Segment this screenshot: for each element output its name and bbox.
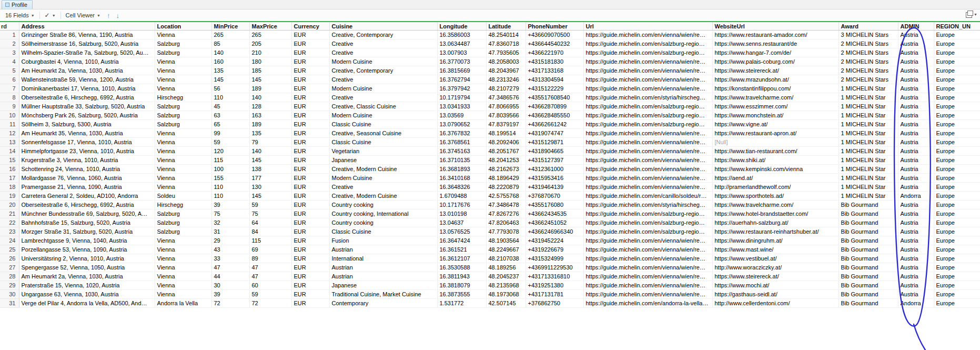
cell-websiteurl[interactable]: https://www.mochi.at/ [712,281,838,290]
cell-address[interactable]: Söllheim 3, Salzburg, 5300, Austria [19,120,155,129]
cell-currency[interactable]: EUR [291,218,329,227]
cell-minprice[interactable]: 265 [211,31,249,39]
cell-latitude[interactable]: 42.5755768 [486,192,526,201]
cell-latitude[interactable]: 48.2058003 [486,57,526,66]
cell-websiteurl[interactable]: [Null] [712,138,838,147]
cell-admin[interactable]: Austria [898,245,934,254]
cell-longitude[interactable]: 16.3797942 [437,84,486,93]
cell-latitude[interactable]: 47.3486478 [486,201,526,209]
cell-address[interactable]: Schottenring 24, Vienna, 1010, Austria [19,165,155,174]
table-row[interactable]: 16Schottenring 24, Vienna, 1010, Austria… [0,165,980,174]
cell-address[interactable]: Verge del Pilar 4, Andorra la Vella, AD5… [19,299,155,308]
cell-cuisine[interactable]: Creative [329,93,437,102]
cell-phonenumber[interactable]: +4369911229530 [526,263,583,272]
cell-admin[interactable]: Austria [898,272,934,281]
cell-phonenumber[interactable]: +4317131781 [526,290,583,299]
cell-minprice[interactable]: 110 [211,93,249,102]
cell-websiteurl[interactable]: https://www.travelcharme.com/ [712,93,838,102]
cell-maxprice[interactable]: 64 [249,218,291,227]
cell-phonenumber[interactable]: +436609070500 [526,31,583,39]
cell-location[interactable]: Vienna [155,57,211,66]
cell-phonenumber[interactable]: +435517608540 [526,93,583,102]
cell-cuisine[interactable]: Austrian [329,245,437,254]
cell-url[interactable]: https://guide.michelin.com/en/vienna/wie… [583,236,712,245]
cell-region_un[interactable]: Europe [934,201,980,209]
cell-location[interactable]: Vienna [155,84,211,93]
cell-address[interactable]: Müllner Hauptstraße 33, Salzburg, 5020, … [19,102,155,111]
cell-admin[interactable]: Austria [898,39,934,48]
cell-phonenumber[interactable]: +4313304594 [526,75,583,84]
cell-cuisine[interactable]: Creative [329,183,437,192]
cell-admin[interactable]: Austria [898,218,934,227]
cell-url[interactable]: https://guide.michelin.com/en/andorra-la… [583,299,712,308]
cell-cuisine[interactable]: Modern Cuisine [329,57,437,66]
cell-minprice[interactable]: 65 [211,120,249,129]
cell-phonenumber[interactable]: +4315122229 [526,84,583,93]
cell-location[interactable]: Vienna [155,254,211,263]
cell-websiteurl[interactable]: https://www.palais-coburg.com/ [712,57,838,66]
cell-latitude[interactable]: 48.2107279 [486,84,526,93]
cell-award[interactable]: Bib Gourmand [838,254,898,263]
cell-minprice[interactable]: 32 [211,218,249,227]
cell-region_un[interactable]: Europe [934,263,980,272]
table-row[interactable]: 9Müllner Hauptstraße 33, Salzburg, 5020,… [0,102,980,111]
row-number[interactable]: 16 [0,165,19,174]
cell-region_un[interactable]: Europe [934,236,980,245]
cell-maxprice[interactable]: 189 [249,84,291,93]
cell-region_un[interactable]: Europe [934,174,980,183]
cell-latitude[interactable]: 48.1896429 [486,174,526,183]
cell-phonenumber[interactable]: +4319464139 [526,183,583,192]
cell-latitude[interactable]: 48.2041253 [486,156,526,165]
cell-longitude[interactable]: 16.3710135 [437,156,486,165]
cell-address[interactable]: Oberseitestraße 6, Hirschegg, 6992, Aust… [19,201,155,209]
cell-maxprice[interactable]: 177 [249,174,291,183]
table-row[interactable]: 25Porzellangasse 53, Vienna, 1090, Austr… [0,245,980,254]
cell-cuisine[interactable]: Creative, Contemporary [329,31,437,39]
cell-maxprice[interactable]: 140 [249,147,291,156]
cell-address[interactable]: Grinzinger Straße 86, Vienna, 1190, Aust… [19,31,155,39]
cell-cuisine[interactable]: Country cooking, International [329,209,437,218]
cell-currency[interactable]: EUR [291,57,329,66]
cell-minprice[interactable]: 56 [211,84,249,93]
cell-longitude[interactable]: 1.531772 [437,299,486,308]
cell-address[interactable]: Sonnenfelsgasse 17, Vienna, 1010, Austri… [19,138,155,147]
cell-currency[interactable]: EUR [291,93,329,102]
cell-cuisine[interactable]: Modern Cuisine [329,174,437,183]
cell-address[interactable]: Spengergasse 52, Vienna, 1050, Austria [19,263,155,272]
cell-websiteurl[interactable]: https://auerhahn-salzburg.at/ [712,218,838,227]
cell-longitude[interactable]: 13.0576525 [437,227,486,236]
cell-minprice[interactable]: 47 [211,263,249,272]
row-number[interactable]: 24 [0,236,19,245]
column-header-minprice[interactable]: MinPrice [211,22,249,31]
cell-admin[interactable]: Austria [898,120,934,129]
table-row[interactable]: 7Dominikanerbastei 17, Vienna, 1010, Aus… [0,84,980,93]
table-row[interactable]: 21Münchner Bundesstraße 69, Salzburg, 50… [0,209,980,218]
table-row[interactable]: 2Söllheimerstrasse 16, Salzburg, 5020, A… [0,39,980,48]
cell-websiteurl[interactable]: https://gasthaus-seidl.at/ [712,290,838,299]
column-header-address[interactable]: Address [19,22,155,31]
cell-admin[interactable]: Andorra [898,299,934,308]
cell-address[interactable]: Ungargasse 63, Vienna, 1030, Austria [19,290,155,299]
cell-longitude[interactable]: 16.3770073 [437,57,486,66]
cell-region_un[interactable]: Europe [934,111,980,120]
cell-longitude[interactable]: 10.1719794 [437,93,486,102]
cell-longitude[interactable]: 16.361521 [437,245,486,254]
cell-location[interactable]: Salzburg [155,120,211,129]
cell-admin[interactable]: Austria [898,263,934,272]
cell-phonenumber[interactable]: +4315324999 [526,254,583,263]
cell-cuisine[interactable]: Austrian [329,263,437,272]
previous-row-button[interactable]: ↑ [105,12,112,19]
cell-maxprice[interactable]: 180 [249,57,291,66]
table-row[interactable]: 8Oberseitestraße 6, Hirschegg, 6992, Aus… [0,93,980,102]
cell-address[interactable]: Mollardgasse 76, Vienna, 1060, Austria [19,174,155,183]
cell-location[interactable]: Vienna [155,165,211,174]
cell-longitude[interactable]: 16.3647424 [437,236,486,245]
cell-phonenumber[interactable]: +436644540232 [526,39,583,48]
cell-url[interactable]: https://guide.michelin.com/en/salzburg-r… [583,111,712,120]
cell-admin[interactable]: Austria [898,281,934,290]
row-number[interactable]: 14 [0,147,19,156]
table-row[interactable]: 22Bahnhofstraße 15, Salzburg, 5020, Aust… [0,218,980,227]
cell-cuisine[interactable]: Country cooking [329,201,437,209]
cell-region_un[interactable]: Europe [934,272,980,281]
cell-websiteurl[interactable]: https://www.mrazundsohn.at/ [712,75,838,84]
